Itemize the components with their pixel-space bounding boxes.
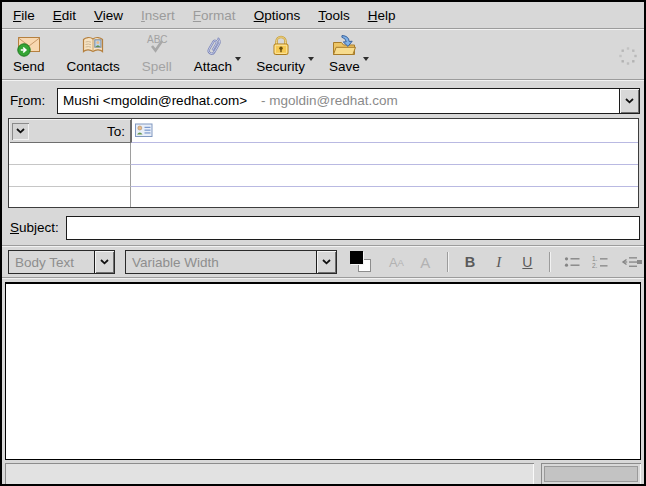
recipient-row-2-entry[interactable] (131, 143, 638, 165)
font-face-combobox[interactable]: Variable Width (125, 250, 337, 274)
security-label: Security (256, 59, 305, 74)
from-label: From: (10, 93, 57, 108)
menu-tools[interactable]: Tools (309, 5, 359, 26)
compose-window: File Edit View Insert Format Options Too… (0, 0, 646, 486)
contacts-label: Contacts (67, 59, 120, 74)
save-label: Save (329, 59, 360, 74)
contacts-button[interactable]: Contacts (60, 31, 127, 74)
send-button[interactable]: Send (6, 31, 52, 74)
paragraph-style-value: Body Text (9, 251, 94, 273)
recipient-row-2-type-cell[interactable] (9, 143, 131, 165)
menu-view-label: View (94, 8, 123, 23)
recipient-type-dropdown[interactable] (12, 123, 29, 140)
to-address-entry[interactable] (131, 119, 638, 143)
statusbar (5, 463, 641, 485)
menu-options-label: Options (254, 8, 301, 23)
recipient-type-button[interactable]: To: (9, 119, 131, 143)
toolbar-separator (2, 79, 644, 81)
chevron-down-icon (322, 259, 331, 265)
subject-input[interactable] (66, 216, 640, 240)
svg-text:1.: 1. (592, 255, 598, 262)
from-identity: Mushi <mgoldin@redhat.com> (63, 93, 247, 108)
outdent-icon (621, 255, 638, 269)
progress-bar-track (544, 466, 638, 482)
from-row: From: Mushi <mgoldin@redhat.com> - mgold… (10, 87, 640, 114)
save-button[interactable]: Save (322, 31, 367, 74)
recipient-row-4-entry[interactable] (131, 187, 638, 207)
spell-label: Spell (142, 59, 172, 74)
bullet-list-icon (564, 255, 581, 269)
svg-text:2.: 2. (592, 262, 598, 269)
chevron-down-icon (625, 98, 634, 104)
recipient-grid: To: (8, 118, 639, 208)
menu-insert-label: Insert (141, 8, 175, 23)
from-combobox[interactable]: Mushi <mgoldin@redhat.com> - mgoldin@red… (57, 88, 640, 114)
activity-spinner-icon (617, 45, 639, 71)
menu-help-label: Help (368, 8, 396, 23)
format-toolbar-separator-bottom (2, 277, 644, 279)
security-icon (268, 32, 294, 59)
attach-menu-arrow-icon[interactable] (235, 57, 241, 61)
progress-bar (541, 463, 641, 485)
numbered-list-icon: 1. 2. (592, 255, 609, 269)
from-value-text: Mushi <mgoldin@redhat.com> - mgoldin@red… (58, 89, 619, 113)
main-toolbar: Send Contacts (2, 30, 644, 79)
foreground-color-swatch[interactable] (350, 251, 363, 264)
chevron-down-icon (100, 259, 109, 265)
underline-button[interactable]: U (513, 250, 542, 274)
security-button[interactable]: Security (249, 31, 312, 74)
send-label: Send (13, 59, 45, 74)
spell-icon: ABC (144, 32, 170, 59)
contacts-icon (80, 32, 106, 59)
status-message (5, 463, 534, 485)
recipient-row-4-type-cell[interactable] (9, 187, 131, 207)
toolbar-overflow-indicator (637, 260, 642, 264)
attach-icon (200, 32, 226, 59)
menu-insert: Insert (132, 5, 184, 26)
recipient-row-3-type-cell[interactable] (9, 165, 131, 187)
security-menu-arrow-icon[interactable] (308, 57, 314, 61)
recipient-row-3-entry[interactable] (131, 165, 638, 187)
message-body-editor[interactable] (5, 282, 641, 460)
from-address-secondary: - mgoldin@redhat.com (261, 93, 398, 108)
contact-card-icon (135, 123, 153, 138)
subject-label: Subject: (10, 220, 66, 235)
increase-font-size-button: A (411, 250, 440, 274)
menu-tools-label: Tools (318, 8, 350, 23)
menu-view[interactable]: View (85, 5, 132, 26)
decrease-font-size-button: AA (382, 250, 411, 274)
font-face-dropdown-button[interactable] (316, 251, 336, 273)
chevron-down-icon (16, 128, 25, 134)
text-color-picker[interactable] (350, 251, 373, 274)
subject-row: Subject: (10, 215, 640, 240)
menu-edit-label: Edit (53, 8, 76, 23)
format-toolbar: Body Text Variable Width AA A B I U (2, 247, 644, 277)
menu-file-label: File (13, 8, 35, 23)
font-face-value: Variable Width (126, 251, 316, 273)
to-button-label: To: (29, 124, 125, 139)
paragraph-style-dropdown-button[interactable] (94, 251, 114, 273)
menu-file[interactable]: File (4, 5, 44, 26)
menu-help[interactable]: Help (359, 5, 405, 26)
italic-button[interactable]: I (484, 250, 513, 274)
format-separator (447, 252, 449, 272)
menu-format: Format (184, 5, 245, 26)
send-icon (16, 32, 42, 59)
numbered-list-button[interactable]: 1. 2. (587, 250, 616, 274)
menu-edit[interactable]: Edit (44, 5, 85, 26)
menu-options[interactable]: Options (245, 5, 310, 26)
attach-button[interactable]: Attach (187, 31, 239, 74)
from-dropdown-button[interactable] (619, 89, 639, 113)
paragraph-style-combobox[interactable]: Body Text (8, 250, 115, 274)
save-icon (331, 32, 357, 59)
save-menu-arrow-icon[interactable] (363, 57, 369, 61)
bullet-list-button[interactable] (558, 250, 587, 274)
format-separator (549, 252, 551, 272)
spell-button: ABC Spell (135, 31, 179, 74)
menubar: File Edit View Insert Format Options Too… (2, 2, 644, 28)
menu-format-label: Format (193, 8, 236, 23)
bold-button[interactable]: B (456, 250, 485, 274)
attach-label: Attach (194, 59, 232, 74)
svg-text:ABC: ABC (147, 34, 168, 45)
